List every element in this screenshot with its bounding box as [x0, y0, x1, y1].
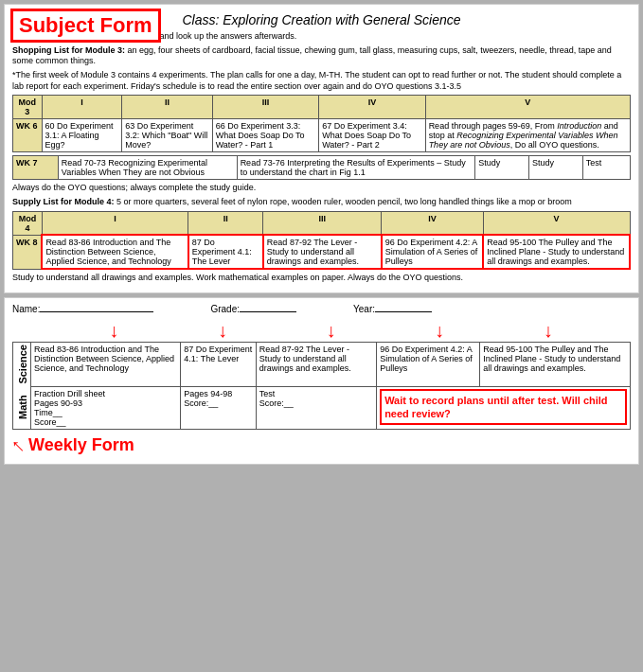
wk8-col3: Read 87-92 The Lever - Study to understa… — [263, 235, 382, 269]
subject-form-panel: Subject Form Class: Exploring Creation w… — [4, 4, 639, 293]
math-row: Math Fraction Drill sheetPages 90-93Time… — [13, 386, 631, 429]
mod3-header-mod: Mod 3 — [13, 96, 43, 119]
wk8-col2: 87 Do Experiment 4.1: The Lever — [188, 235, 263, 269]
mod4-header-5: V — [483, 211, 630, 235]
weekly-form-arrow-icon: ↑ — [5, 433, 29, 458]
mod3-header-1: I — [42, 96, 122, 119]
math-col3: TestScore:__ — [256, 386, 376, 429]
name-label: Name: — [12, 304, 153, 314]
subject-form-title: Subject Form — [10, 9, 161, 43]
wk6-col2: 63 Do Experiment 3.2: Which "Boat" Will … — [122, 119, 212, 152]
wk6-col5: Read through pages 59-69, From Introduct… — [425, 119, 630, 152]
mod4-header-2: II — [188, 211, 263, 235]
mod4-header-1: I — [42, 211, 188, 235]
math-label: Math — [13, 386, 31, 429]
mod4-header-3: III — [263, 211, 382, 235]
math-col4: Wait to record plans until after test. W… — [377, 386, 631, 429]
arrow1-icon: ↓ — [109, 320, 118, 342]
weekly-table: Science Read 83-86 Introduction and The … — [12, 342, 631, 430]
mod3-table: Mod 3 I II III IV V WK 6 60 Do Experimen… — [12, 95, 631, 152]
wk7-study2: Study — [529, 156, 583, 180]
mod4-section: Mod 4 I II III IV V WK 8 Read 83-86 Intr… — [12, 211, 631, 271]
wk6-label: WK 6 — [13, 119, 43, 152]
grade-label: Grade: — [210, 304, 296, 314]
science-col5: Read 95-100 The Pulley and The Inclined … — [480, 343, 631, 387]
wk6-col3: 66 Do Experiment 3.3: What Does Soap Do … — [212, 119, 318, 152]
math-col1: Fraction Drill sheetPages 90-93Time__Sco… — [31, 386, 181, 429]
wait-box: Wait to record plans until after test. W… — [380, 389, 627, 426]
mod4-header-mod: Mod 4 — [13, 211, 43, 235]
weekly-form-title: Weekly Form — [28, 435, 134, 455]
shopping-list-3: Shopping List for Module 3: an egg, four… — [12, 45, 631, 67]
weekly-form-panel: Name: Grade: Year: ↓ ↓ ↓ ↓ ↓ Science Rea… — [4, 297, 639, 465]
math-col2: Pages 94-98Score:__ — [181, 386, 256, 429]
wk7-col1: Read 70-73 Recognizing Experimental Vari… — [58, 156, 237, 180]
science-col2: 87 Do Experiment 4.1: The Lever — [181, 343, 256, 387]
wk8-col4: 96 Do Experiment 4.2: A Simulation of A … — [382, 235, 483, 269]
wk6-col1: 60 Do Experiment 3.1: A Floating Egg? — [42, 119, 122, 152]
science-col1: Read 83-86 Introduction and The Distinct… — [31, 343, 181, 387]
arrow2-icon: ↓ — [218, 320, 227, 342]
wk8-col1: Read 83-86 Introduction and The Distinct… — [42, 235, 188, 269]
wk7-label: WK 7 — [13, 156, 59, 180]
science-col4: 96 Do Experiment 4.2: A Simulation of A … — [377, 343, 480, 387]
arrows-row: ↓ ↓ ↓ ↓ ↓ — [12, 320, 631, 342]
wk7-test: Test — [582, 156, 630, 180]
shopping-list-4: Supply List for Module 4: 5 or more quar… — [12, 197, 631, 208]
instructions3: Study to understand all drawings and exa… — [12, 273, 631, 284]
mod3-header-5: V — [425, 96, 630, 119]
arrow3-icon: ↓ — [326, 320, 335, 342]
instructions2: Always do the OYO questions; always comp… — [12, 183, 631, 194]
science-col3: Read 87-92 The Lever - Study to understa… — [256, 343, 376, 387]
note1: *The first week of Module 3 contains 4 e… — [12, 70, 631, 92]
wk7-table: WK 7 Read 70-73 Recognizing Experimental… — [12, 155, 631, 180]
mod3-header-4: IV — [319, 96, 425, 119]
wk7-col2: Read 73-76 Interpreting the Results of E… — [237, 156, 475, 180]
science-row: Science Read 83-86 Introduction and The … — [13, 343, 631, 387]
science-label: Science — [13, 343, 31, 387]
mod3-header-3: III — [212, 96, 318, 119]
name-grade-year: Name: Grade: Year: — [12, 304, 631, 314]
arrow4-icon: ↓ — [435, 320, 444, 342]
mod4-header-4: IV — [382, 211, 483, 235]
year-label: Year: — [353, 304, 432, 314]
wk6-col4: 67 Do Experiment 3.4: What Does Soap Do … — [319, 119, 425, 152]
wk8-col5: Read 95-100 The Pulley and The Inclined … — [483, 235, 630, 269]
wk8-label: WK 8 — [13, 235, 43, 269]
mod3-header-2: II — [122, 96, 212, 119]
mod4-table: Mod 4 I II III IV V WK 8 Read 83-86 Intr… — [12, 211, 631, 271]
arrow5-icon: ↓ — [544, 320, 553, 342]
weekly-form-footer: ↑ Weekly Form — [12, 433, 631, 458]
wk7-study1: Study — [475, 156, 529, 180]
